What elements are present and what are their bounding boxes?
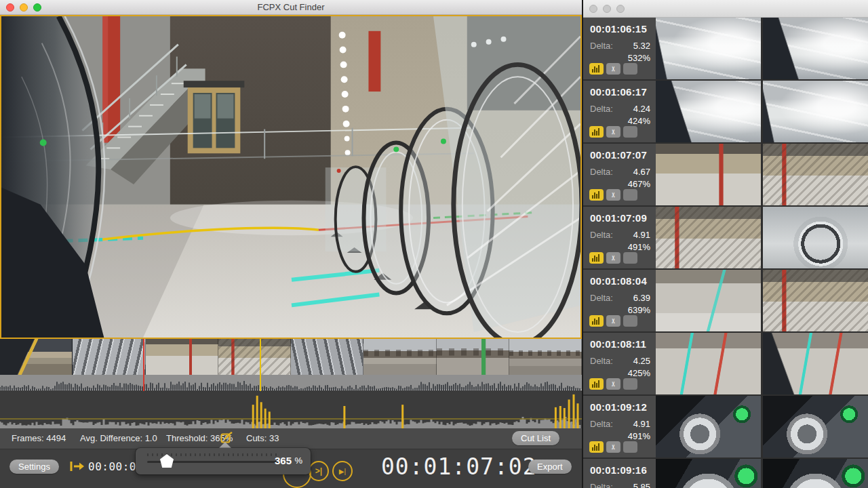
histogram-button[interactable] <box>589 315 604 327</box>
audio-waveform-strip[interactable] <box>0 375 582 390</box>
traffic-lights <box>6 3 41 12</box>
histogram-button[interactable] <box>589 441 604 453</box>
cut-spike <box>559 406 561 428</box>
cut-thumbnail-after[interactable] <box>763 333 868 394</box>
settings-button[interactable]: Settings <box>9 460 59 474</box>
main-window-titlebar[interactable]: FCPX Cut Finder <box>0 0 582 15</box>
delta-label: Delta: <box>590 167 613 177</box>
cut-timecode: 00:01:09:16 <box>590 464 650 476</box>
filmstrip-thumbnail[interactable] <box>146 339 218 375</box>
select-toggle-button[interactable] <box>623 441 637 453</box>
scissors-button[interactable]: ✂ <box>606 378 620 390</box>
select-toggle-button[interactable] <box>623 63 637 75</box>
export-button[interactable]: Export <box>528 460 572 474</box>
cut-actions: ✂ <box>589 189 637 201</box>
cut-thumbnail-before[interactable] <box>656 18 761 79</box>
cut-thumbnail-before[interactable] <box>656 81 761 142</box>
scissors-button[interactable]: ✂ <box>606 441 620 453</box>
cut-spike <box>564 408 566 428</box>
filmstrip-thumbnail[interactable] <box>509 339 582 375</box>
stats-bar: Frames: 4494 Avg. Difference: 1.0 Thresh… <box>0 428 582 449</box>
cut-marker-line <box>143 339 144 391</box>
histogram-button[interactable] <box>589 189 604 201</box>
cut-spike <box>343 406 345 428</box>
close-button[interactable] <box>6 3 14 12</box>
video-preview-image <box>1 16 580 338</box>
scissors-button[interactable]: ✂ <box>606 252 620 264</box>
cut-thumbnail-after[interactable] <box>763 459 868 488</box>
delta-label: Delta: <box>590 482 613 488</box>
cut-info: 00:01:06:17 Delta: 4.24 424% ✂ <box>583 81 656 142</box>
cut-thumbnail-after[interactable] <box>763 144 868 205</box>
delta-value: 6.39 <box>633 293 650 303</box>
delta-label: Delta: <box>590 230 613 240</box>
cut-spike <box>264 409 267 428</box>
cut-spike <box>260 402 262 428</box>
filmstrip-thumbnail[interactable] <box>218 339 291 375</box>
cut-list-item[interactable]: 00:01:08:11 Delta: 4.25 425% ✂ <box>583 333 868 396</box>
filmstrip-thumbnail[interactable] <box>73 339 145 375</box>
cut-thumbnail-after[interactable] <box>763 270 868 331</box>
scissors-button[interactable]: ✂ <box>606 189 620 201</box>
filmstrip[interactable] <box>0 339 582 375</box>
histogram-button[interactable] <box>589 126 604 138</box>
cut-thumbnail-before[interactable] <box>656 396 761 458</box>
delta-label: Delta: <box>590 41 613 51</box>
cut-list-item[interactable]: 00:01:07:07 Delta: 4.67 467% ✂ <box>583 144 868 207</box>
delta-label: Delta: <box>590 104 613 114</box>
scissors-button[interactable]: ✂ <box>606 315 620 327</box>
cut-info: 00:01:08:11 Delta: 4.25 425% ✂ <box>583 333 656 394</box>
cut-spike <box>269 411 271 428</box>
histogram-button[interactable] <box>589 378 604 390</box>
cut-thumbnail-before[interactable] <box>656 207 761 268</box>
select-toggle-button[interactable] <box>623 252 637 264</box>
delta-percent: 425% <box>590 368 650 378</box>
cut-thumbnail-before[interactable] <box>656 333 761 394</box>
minimize-button[interactable] <box>20 3 28 12</box>
scissors-button[interactable]: ✂ <box>606 63 620 75</box>
select-toggle-button[interactable] <box>623 126 637 138</box>
select-toggle-button[interactable] <box>623 189 637 201</box>
playhead-line[interactable] <box>260 339 261 391</box>
cut-thumbnail-before[interactable] <box>656 144 761 205</box>
next-cut-button[interactable]: ▶| <box>332 461 353 481</box>
cut-actions: ✂ <box>589 378 637 390</box>
scissors-button[interactable]: ✂ <box>606 126 620 138</box>
cut-list-item[interactable]: 00:01:09:16 Delta: 5.85 585% ✂ <box>583 459 868 488</box>
cut-list-item[interactable]: 00:01:06:17 Delta: 4.24 424% ✂ <box>583 81 868 144</box>
cut-spike <box>401 405 403 428</box>
zoom-button[interactable] <box>33 3 41 12</box>
cut-list-item[interactable]: 00:01:09:12 Delta: 4.91 491% ✂ <box>583 396 868 459</box>
in-point-icon[interactable] <box>70 460 85 472</box>
cut-list-item[interactable]: 00:01:06:15 Delta: 5.32 532% ✂ <box>583 18 868 81</box>
cut-thumbnail-after[interactable] <box>763 18 868 79</box>
threshold-slider-thumb[interactable] <box>160 454 174 468</box>
zoom-button[interactable] <box>616 5 625 13</box>
cut-thumbnails <box>656 270 868 331</box>
cut-timecode: 00:01:07:07 <box>590 149 650 161</box>
filmstrip-thumbnail[interactable] <box>291 339 363 375</box>
cut-thumbnail-after[interactable] <box>763 207 868 268</box>
difference-graph[interactable] <box>0 391 582 428</box>
select-toggle-button[interactable] <box>623 378 637 390</box>
video-preview[interactable] <box>0 15 582 339</box>
cut-thumbnail-after[interactable] <box>763 81 868 142</box>
cut-list-item[interactable]: 00:01:07:09 Delta: 4.91 491% ✂ <box>583 207 868 270</box>
filmstrip-thumbnail[interactable] <box>437 339 509 375</box>
cut-thumbnail-after[interactable] <box>763 396 868 458</box>
cut-thumbnail-before[interactable] <box>656 270 761 331</box>
filmstrip-thumbnail[interactable] <box>0 339 73 375</box>
cut-list-button[interactable]: Cut List <box>512 431 559 445</box>
cut-thumbnail-before[interactable] <box>656 459 761 488</box>
cut-list-item[interactable]: 00:01:08:04 Delta: 6.39 639% ✂ <box>583 270 868 333</box>
filmstrip-thumbnail[interactable] <box>363 339 436 375</box>
cut-actions: ✂ <box>589 441 637 453</box>
histogram-button[interactable] <box>589 63 604 75</box>
histogram-button[interactable] <box>589 252 604 264</box>
close-button[interactable] <box>589 5 597 13</box>
select-toggle-button[interactable] <box>623 315 637 327</box>
minimize-button[interactable] <box>603 5 611 13</box>
cut-browser-titlebar[interactable] <box>583 0 868 18</box>
step-forward-button[interactable]: >| <box>309 461 329 481</box>
cut-timecode: 00:01:06:15 <box>590 23 650 35</box>
